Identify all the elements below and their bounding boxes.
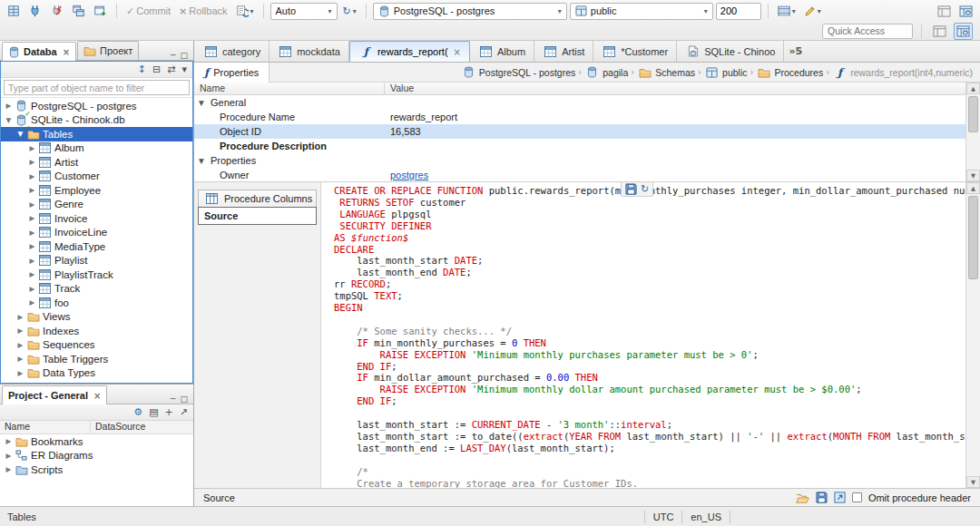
object-filter-input[interactable] xyxy=(4,80,190,95)
scroll-down-icon[interactable]: ▼ xyxy=(966,170,980,181)
tree-expander-icon[interactable]: ▶ xyxy=(27,158,37,166)
tree-expander-icon[interactable]: ▶ xyxy=(4,102,14,110)
editor-tab-mockdata[interactable]: mockdata xyxy=(270,41,349,62)
tree-expander-icon[interactable]: ▶ xyxy=(27,298,37,307)
add-icon[interactable]: + xyxy=(165,407,173,417)
tab-projects[interactable]: Проект xyxy=(77,41,139,60)
tree-expander-icon[interactable]: ▶ xyxy=(15,369,25,377)
tree-expander-icon[interactable]: ▶ xyxy=(27,186,37,194)
commit-button[interactable]: ✓Commit xyxy=(123,5,173,17)
tree-item-postgresql-postgres[interactable]: ▶✓PostgreSQL - postgres xyxy=(1,99,192,113)
tree-expander-icon[interactable]: ▶ xyxy=(27,229,37,237)
tree-expander-icon[interactable]: ▶ xyxy=(15,326,25,335)
property-row-procedure-description[interactable]: Procedure Description xyxy=(194,139,965,153)
edit-object-button[interactable]: ▾ xyxy=(801,5,824,18)
editor-tab-category[interactable]: category xyxy=(195,41,270,62)
minimize-icon[interactable]: ─ xyxy=(171,395,175,404)
grid-column-value[interactable]: Value xyxy=(385,83,965,94)
view-menu-icon[interactable]: ▾ xyxy=(181,64,187,74)
gear-icon[interactable]: ⚙ xyxy=(133,407,142,417)
tree-expander-icon[interactable]: ▶ xyxy=(27,242,37,250)
open-in-editor-icon[interactable]: ↗ xyxy=(180,407,188,417)
project-item-scripts[interactable]: ▶Scripts xyxy=(0,463,193,477)
collapse-all-icon[interactable]: ⊟ xyxy=(152,64,161,74)
tree-item-playlisttrack[interactable]: ▶PlaylistTrack xyxy=(1,268,192,282)
locale-indicator[interactable]: en_US xyxy=(691,511,721,522)
grid-presentation-button[interactable]: ▾ xyxy=(775,5,799,17)
open-perspective-button[interactable] xyxy=(5,4,23,18)
tree-expander-icon[interactable]: ▶ xyxy=(27,214,37,222)
owner-link[interactable]: postgres xyxy=(390,170,428,180)
refresh-icon[interactable]: ↻ xyxy=(641,184,649,194)
tree-expander-icon[interactable]: ▶ xyxy=(27,200,37,209)
breadcrumb-item-procedures[interactable]: Procedures xyxy=(756,67,823,78)
maximize-icon[interactable]: □ xyxy=(180,395,188,404)
tree-expander-icon[interactable]: ▶ xyxy=(27,257,37,265)
property-row-properties[interactable]: ▼Properties xyxy=(194,153,965,168)
tree-item-track[interactable]: ▶Track xyxy=(1,282,192,297)
general-perspective-button[interactable] xyxy=(930,23,949,40)
maximize-icon[interactable]: □ xyxy=(180,52,188,60)
editor-tab-rewards-report[interactable]: ƒrewards_report(× xyxy=(349,41,470,62)
disconnect-button[interactable] xyxy=(47,4,66,18)
transaction-log-button[interactable]: ▾ xyxy=(233,4,257,18)
property-row-object-id[interactable]: Object ID16,583 xyxy=(194,124,965,139)
tree-expander-icon[interactable]: ▶ xyxy=(27,144,37,152)
timezone-indicator[interactable]: UTC xyxy=(653,511,674,522)
grid-column-name[interactable]: Name xyxy=(194,83,385,94)
omit-procedure-header-checkbox[interactable] xyxy=(852,492,862,502)
editor-tab-customer[interactable]: *Customer xyxy=(593,41,677,62)
tree-expander-icon[interactable]: ▶ xyxy=(4,437,14,445)
link-with-editor-icon[interactable]: ⇄ xyxy=(167,64,175,74)
breadcrumb-item-schemas[interactable]: Schemas xyxy=(637,67,695,78)
tree-expander-icon[interactable]: ▶ xyxy=(15,355,25,363)
property-row-owner[interactable]: Ownerpostgres xyxy=(194,168,965,181)
new-connection-button[interactable] xyxy=(25,4,44,18)
tree-expander-icon[interactable]: ▶ xyxy=(27,285,37,293)
breadcrumb-item-postgresql-postgres[interactable]: PostgreSQL - postgres xyxy=(461,66,575,78)
close-icon[interactable]: × xyxy=(454,47,461,57)
open-sql-console-button[interactable] xyxy=(91,4,110,18)
grid-scrollbar[interactable]: ▲ ▼ xyxy=(965,83,980,181)
tree-item-artist[interactable]: ▶Artist xyxy=(1,155,192,170)
tree-item-invoiceline[interactable]: ▶InvoiceLine xyxy=(1,226,192,240)
column-header-datasource[interactable]: DataSource xyxy=(91,421,145,433)
tree-item-customer[interactable]: ▶Customer xyxy=(1,170,192,184)
editor-tab-album[interactable]: Album xyxy=(470,41,534,62)
tree-item-playlist[interactable]: ▶Playlist xyxy=(1,254,192,268)
connection-combo[interactable]: PostgreSQL - postgres▾ xyxy=(373,3,567,20)
database-window-button[interactable] xyxy=(956,5,975,18)
tree-item-sequences[interactable]: ▶Sequences xyxy=(1,338,192,353)
side-tab-source[interactable]: Source xyxy=(198,207,317,225)
tab-project-general[interactable]: Project - General × xyxy=(2,385,107,404)
tree-item-table-triggers[interactable]: ▶Table Triggers xyxy=(1,352,192,366)
close-icon[interactable]: × xyxy=(93,391,101,401)
save-icon[interactable] xyxy=(625,183,637,195)
scroll-thumb[interactable] xyxy=(968,196,978,279)
refresh-button[interactable]: ↻▾ xyxy=(340,5,359,17)
new-sql-editor-button[interactable] xyxy=(69,4,88,18)
rollback-button[interactable]: ×Rollback xyxy=(176,5,230,17)
property-row-procedure-name[interactable]: Procedure Namerewards_report xyxy=(194,110,965,124)
quick-access-input[interactable] xyxy=(822,24,913,39)
schema-combo[interactable]: public▾ xyxy=(570,3,713,20)
save-to-file-icon[interactable] xyxy=(816,492,828,503)
fetch-size-input[interactable] xyxy=(716,3,761,20)
editor-tab-artist[interactable]: Artist xyxy=(534,41,593,62)
tree-expander-icon[interactable]: ▶ xyxy=(15,341,25,349)
tree-expander-icon[interactable]: ▼ xyxy=(4,116,14,124)
property-row-general[interactable]: ▼General xyxy=(194,95,965,110)
scroll-down-icon[interactable]: ▼ xyxy=(966,476,980,488)
expander-icon[interactable]: ▼ xyxy=(199,157,211,165)
tree-item-data-types[interactable]: ▶Data Types xyxy=(1,366,192,381)
database-perspective-button[interactable] xyxy=(954,23,973,40)
side-tab-procedure-columns[interactable]: Procedure Columns xyxy=(198,190,317,208)
tab-overflow-indicator[interactable]: »5 xyxy=(789,45,802,57)
tree-item-genre[interactable]: ▶Genre xyxy=(1,198,192,212)
window-layout-button[interactable] xyxy=(935,5,954,18)
scroll-thumb[interactable] xyxy=(968,96,978,132)
project-item-bookmarks[interactable]: ▶Bookmarks xyxy=(0,434,193,449)
tree-expander-icon[interactable]: ▶ xyxy=(27,270,37,278)
tree-item-album[interactable]: ▶Album xyxy=(1,141,192,156)
source-code[interactable]: CREATE OR REPLACE FUNCTION public.reward… xyxy=(321,182,965,488)
